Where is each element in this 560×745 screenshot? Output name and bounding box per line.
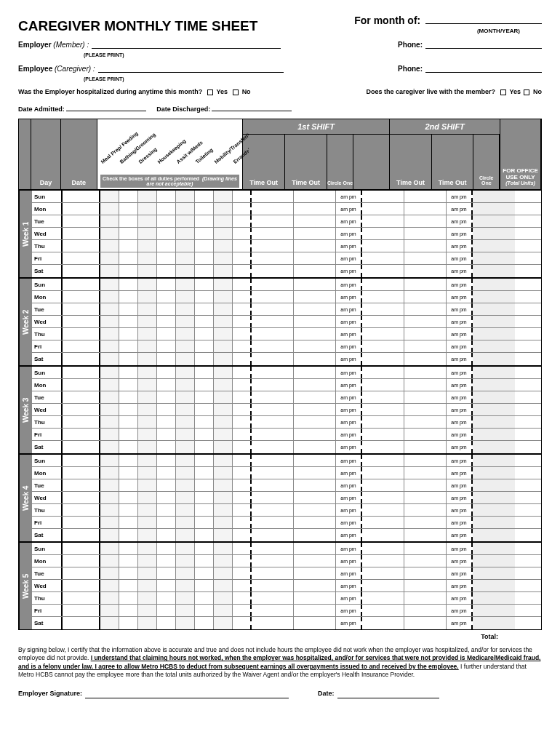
duty-checkbox[interactable] (176, 215, 195, 227)
duty-checkbox[interactable] (176, 328, 195, 340)
shift1-time-cell[interactable] (252, 203, 294, 215)
duty-checkbox[interactable] (233, 492, 252, 503)
duty-checkbox[interactable] (119, 429, 138, 440)
duty-checkbox[interactable] (233, 429, 252, 440)
duty-checkbox[interactable] (214, 580, 233, 591)
duty-checkbox[interactable] (176, 592, 195, 604)
date-cell[interactable] (63, 567, 100, 579)
date-admitted-line[interactable] (66, 103, 146, 111)
duty-checkbox[interactable] (100, 353, 119, 365)
duty-checkbox[interactable] (214, 353, 233, 365)
shift1-ampm[interactable]: am pm (336, 592, 362, 604)
shift2-time-cell[interactable] (404, 517, 447, 528)
duty-checkbox[interactable] (119, 592, 138, 604)
shift1-time-cell[interactable] (252, 429, 294, 440)
duty-checkbox[interactable] (214, 504, 233, 516)
duty-checkbox[interactable] (157, 543, 176, 554)
shift2-time-cell[interactable] (404, 328, 447, 340)
shift1-time-cell[interactable] (252, 228, 294, 239)
duty-checkbox[interactable] (195, 252, 214, 264)
shift2-time-cell[interactable] (404, 291, 447, 303)
shift2-time-cell[interactable] (362, 240, 404, 252)
duty-checkbox[interactable] (233, 467, 252, 479)
shift1-time-cell[interactable] (252, 617, 294, 629)
shift1-time-cell[interactable] (294, 252, 336, 264)
duty-checkbox[interactable] (119, 215, 138, 227)
shift1-time-cell[interactable] (252, 240, 294, 252)
duty-checkbox[interactable] (119, 580, 138, 591)
shift2-time-cell[interactable] (404, 592, 447, 604)
duty-checkbox[interactable] (138, 416, 157, 428)
duty-checkbox[interactable] (195, 567, 214, 579)
shift2-time-cell[interactable] (362, 617, 404, 629)
shift1-ampm[interactable]: am pm (336, 416, 362, 428)
employer-signature-line[interactable] (85, 690, 289, 698)
duty-checkbox[interactable] (233, 479, 252, 491)
shift1-time-cell[interactable] (252, 517, 294, 528)
shift1-ampm[interactable]: am pm (336, 605, 362, 616)
shift1-ampm[interactable]: am pm (336, 567, 362, 579)
duty-checkbox[interactable] (119, 441, 138, 453)
employer-input-line[interactable] (92, 40, 281, 49)
date-cell[interactable] (63, 340, 100, 352)
shift1-time-cell[interactable] (252, 252, 294, 264)
duty-checkbox[interactable] (119, 379, 138, 391)
shift1-ampm[interactable]: am pm (336, 479, 362, 491)
shift2-ampm[interactable]: am pm (447, 517, 473, 528)
duty-checkbox[interactable] (214, 215, 233, 227)
shift1-ampm[interactable]: am pm (336, 291, 362, 303)
duty-checkbox[interactable] (233, 543, 252, 554)
duty-checkbox[interactable] (119, 391, 138, 403)
duty-checkbox[interactable] (214, 279, 233, 290)
duty-checkbox[interactable] (138, 353, 157, 365)
shift1-time-cell[interactable] (294, 529, 336, 541)
duty-checkbox[interactable] (119, 240, 138, 252)
shift2-time-cell[interactable] (404, 504, 447, 516)
duty-checkbox[interactable] (100, 479, 119, 491)
shift2-time-cell[interactable] (362, 316, 404, 327)
duty-checkbox[interactable] (100, 467, 119, 479)
shift2-time-cell[interactable] (362, 429, 404, 440)
duty-checkbox[interactable] (176, 467, 195, 479)
duty-checkbox[interactable] (119, 492, 138, 503)
date-cell[interactable] (63, 291, 100, 303)
shift1-time-cell[interactable] (252, 504, 294, 516)
duty-checkbox[interactable] (214, 543, 233, 554)
duty-checkbox[interactable] (233, 328, 252, 340)
duty-checkbox[interactable] (157, 379, 176, 391)
date-cell[interactable] (63, 543, 100, 554)
duty-checkbox[interactable] (195, 303, 214, 315)
date-cell[interactable] (63, 592, 100, 604)
duty-checkbox[interactable] (214, 265, 233, 277)
shift2-time-cell[interactable] (404, 404, 447, 415)
duty-checkbox[interactable] (214, 567, 233, 579)
shift2-time-cell[interactable] (362, 340, 404, 352)
shift2-time-cell[interactable] (362, 367, 404, 378)
duty-checkbox[interactable] (157, 353, 176, 365)
duty-checkbox[interactable] (119, 517, 138, 528)
shift1-time-cell[interactable] (294, 328, 336, 340)
duty-checkbox[interactable] (138, 455, 157, 466)
date-cell[interactable] (63, 517, 100, 528)
duty-checkbox[interactable] (214, 429, 233, 440)
duty-checkbox[interactable] (157, 316, 176, 327)
date-cell[interactable] (63, 391, 100, 403)
duty-checkbox[interactable] (157, 479, 176, 491)
duty-checkbox[interactable] (214, 592, 233, 604)
duty-checkbox[interactable] (100, 517, 119, 528)
duty-checkbox[interactable] (214, 391, 233, 403)
shift2-time-cell[interactable] (362, 567, 404, 579)
date-cell[interactable] (63, 265, 100, 277)
duty-checkbox[interactable] (195, 191, 214, 202)
duty-checkbox[interactable] (195, 617, 214, 629)
duty-checkbox[interactable] (176, 529, 195, 541)
duty-checkbox[interactable] (138, 228, 157, 239)
shift2-time-cell[interactable] (404, 391, 447, 403)
shift2-time-cell[interactable] (362, 279, 404, 290)
shift1-time-cell[interactable] (252, 404, 294, 415)
shift2-time-cell[interactable] (404, 279, 447, 290)
duty-checkbox[interactable] (119, 203, 138, 215)
duty-checkbox[interactable] (195, 353, 214, 365)
duty-checkbox[interactable] (176, 279, 195, 290)
shift2-time-cell[interactable] (404, 543, 447, 554)
